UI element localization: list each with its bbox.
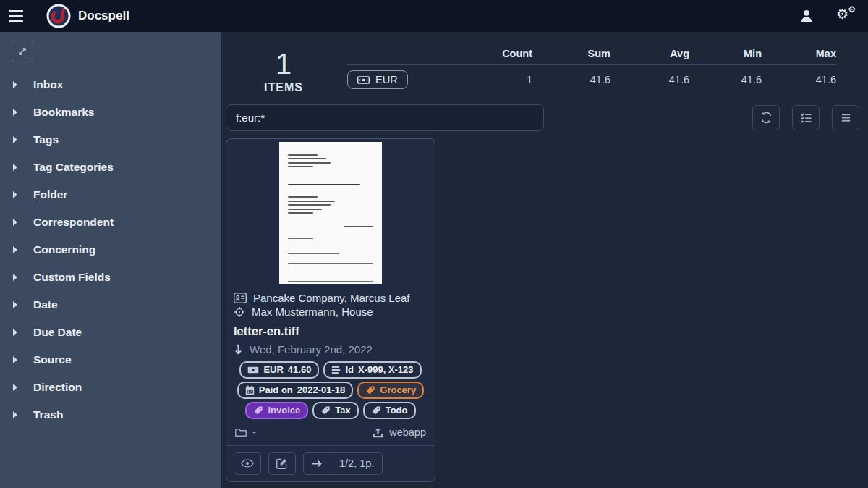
stats-summary: 1 ITEMS Count Sum Avg Min Max EUR — [226, 42, 868, 94]
eye-icon — [241, 458, 254, 468]
stat-count-value: 1 — [454, 74, 532, 85]
caret-right-icon — [13, 109, 17, 116]
expand-sidebar-button[interactable] — [12, 41, 33, 62]
item-count: 1 — [226, 48, 341, 80]
tag-badge-invoice[interactable]: Invoice — [245, 402, 308, 419]
sidebar-item-due-date[interactable]: Due Date — [0, 319, 221, 346]
sidebar-item-direction[interactable]: Direction — [0, 374, 221, 401]
sidebar-item-tag-categories[interactable]: Tag Categories — [0, 153, 221, 181]
sidebar-item-source[interactable]: Source — [0, 346, 221, 374]
menu-bars-button[interactable] — [832, 105, 859, 130]
stat-avg-value: 41.6 — [610, 74, 689, 85]
tag-badge-tax[interactable]: Tax — [312, 402, 358, 419]
next-page-button[interactable] — [304, 453, 331, 474]
caret-right-icon — [13, 301, 17, 308]
tag-icon — [371, 405, 381, 416]
tag-badge-todo[interactable]: Todo — [363, 402, 416, 419]
page-indicator: 1/2, 1p. — [331, 453, 382, 474]
caret-right-icon — [13, 274, 17, 281]
tag-category-badge[interactable]: Grocery — [357, 382, 424, 399]
arrow-down-icon — [234, 344, 243, 356]
sidebar-item-trash[interactable]: Trash — [0, 401, 221, 429]
caret-right-icon — [13, 411, 17, 418]
main-content: 1 ITEMS Count Sum Avg Min Max EUR — [221, 32, 868, 488]
sidebar-item-custom-fields[interactable]: Custom Fields — [0, 264, 221, 291]
tag-icon — [365, 385, 375, 395]
source-value: webapp — [389, 426, 426, 438]
preview-button[interactable] — [234, 452, 261, 475]
caret-right-icon — [13, 81, 17, 88]
top-navbar: Docspell ⚙⚙ — [0, 0, 868, 32]
crosshair-icon — [234, 306, 245, 318]
align-lines-icon — [331, 366, 341, 374]
upload-icon — [373, 427, 383, 438]
caret-right-icon — [13, 384, 17, 391]
item-count-label: ITEMS — [226, 81, 341, 94]
folder-source-row: - webapp — [226, 419, 435, 444]
settings-gears-icon[interactable]: ⚙⚙ — [836, 7, 855, 25]
paid-on-badge[interactable]: Paid on 2022-01-18 — [237, 382, 353, 399]
sidebar-item-tags[interactable]: Tags — [0, 126, 221, 153]
source-info: webapp — [373, 426, 426, 438]
page-navigation: 1/2, 1p. — [303, 452, 383, 475]
amount-value: 41.60 — [288, 363, 312, 376]
column-header-min: Min — [689, 48, 762, 59]
sidebar-item-correspondent[interactable]: Correspondent — [0, 209, 221, 236]
caret-right-icon — [13, 219, 17, 226]
search-bar — [226, 104, 859, 131]
item-date-line: Wed, February 2nd, 2022 — [234, 343, 427, 356]
select-mode-button[interactable] — [792, 105, 820, 130]
table-row: EUR 1 41.6 41.6 41.6 41.6 — [347, 65, 836, 94]
currency-badge[interactable]: EUR — [347, 70, 408, 89]
refresh-icon — [760, 112, 773, 124]
item-date-text: Wed, February 2nd, 2022 — [250, 343, 373, 356]
item-card: Pancake Company, Marcus Leaf Max Musterm… — [226, 138, 435, 482]
sidebar-item-date[interactable]: Date — [0, 291, 221, 319]
amount-badge[interactable]: EUR 41.60 — [239, 361, 319, 379]
custom-field-id-badge[interactable]: Id X-999, X-123 — [323, 361, 421, 379]
concerning-text: Max Mustermann, House — [252, 306, 373, 318]
stat-sum-value: 41.6 — [532, 74, 610, 85]
edit-icon — [276, 458, 288, 469]
column-header-max: Max — [762, 48, 836, 59]
search-input[interactable] — [226, 104, 544, 131]
caret-right-icon — [13, 329, 17, 336]
sidebar: Inbox Bookmarks Tags Tag Categories Fold… — [0, 32, 221, 488]
menu-icon[interactable] — [9, 6, 29, 26]
refresh-button[interactable] — [752, 105, 780, 130]
sidebar-item-inbox[interactable]: Inbox — [0, 71, 221, 98]
money-bill-icon — [357, 75, 370, 85]
stat-min-value: 41.6 — [689, 74, 762, 85]
correspondent-line: Pancake Company, Marcus Leaf — [234, 292, 427, 304]
caret-right-icon — [13, 136, 17, 143]
address-card-icon — [234, 293, 247, 303]
card-footer: 1/2, 1p. — [226, 445, 435, 481]
sidebar-item-folder[interactable]: Folder — [0, 181, 221, 209]
money-bill-icon — [247, 366, 259, 374]
column-header-count: Count — [454, 48, 532, 59]
edit-button[interactable] — [268, 452, 296, 475]
correspondent-text: Pancake Company, Marcus Leaf — [253, 292, 410, 304]
app-title: Docspell — [78, 9, 129, 23]
stat-max-value: 41.6 — [762, 74, 836, 85]
tag-icon — [320, 405, 331, 416]
docspell-logo-icon — [46, 4, 71, 28]
badges-section: EUR 41.60 Id X-999, X-123 Paid on — [234, 361, 427, 419]
tag-icon — [253, 405, 263, 416]
bars-icon — [840, 112, 852, 124]
caret-right-icon — [13, 191, 17, 198]
user-icon[interactable] — [799, 8, 814, 24]
folder-icon — [235, 428, 247, 437]
document-page-preview — [279, 142, 382, 284]
sidebar-item-concerning[interactable]: Concerning — [0, 236, 221, 264]
caret-right-icon — [13, 356, 17, 363]
id-value: X-999, X-123 — [358, 363, 414, 376]
concerning-line: Max Mustermann, House — [234, 306, 427, 318]
paid-on-value: 2022-01-18 — [297, 384, 346, 397]
item-name[interactable]: letter-en.tiff — [234, 324, 427, 338]
document-thumbnail[interactable] — [226, 139, 435, 284]
sidebar-item-bookmarks[interactable]: Bookmarks — [0, 98, 221, 126]
column-header-avg: Avg — [610, 48, 689, 59]
currency-stats-table: Count Sum Avg Min Max EUR 1 41.6 41 — [347, 42, 836, 94]
tasks-list-icon — [800, 112, 812, 124]
